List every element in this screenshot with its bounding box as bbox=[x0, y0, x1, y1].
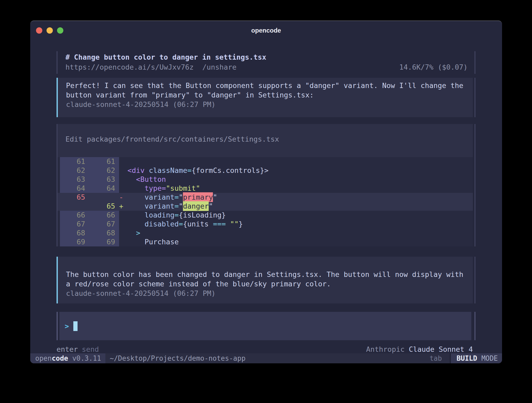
code-token: Purchase bbox=[145, 238, 179, 246]
gutter-pad bbox=[115, 193, 119, 202]
old-line-number: 61 bbox=[60, 157, 85, 166]
code-token: } bbox=[239, 220, 243, 228]
code-token: disabled bbox=[145, 220, 179, 228]
old-line-number bbox=[60, 202, 85, 211]
diff-marker bbox=[119, 166, 127, 175]
enter-key-hint: enter bbox=[57, 345, 78, 353]
gutter-pad bbox=[115, 157, 119, 166]
diff-code-line: > bbox=[119, 229, 473, 237]
diff-marker: + bbox=[119, 202, 127, 211]
app-version: v0.3.11 bbox=[68, 354, 101, 362]
code-token: {isLoading} bbox=[179, 211, 226, 219]
diff-gutter: 6464 bbox=[60, 184, 119, 193]
code-token: className bbox=[149, 166, 187, 174]
diff-row: 6666 loading={isLoading} bbox=[58, 211, 473, 220]
gutter-pad bbox=[115, 184, 119, 193]
code-token: = bbox=[187, 166, 192, 174]
code-token: " bbox=[179, 202, 183, 210]
edit-file-path: Edit packages/frontend/src/containers/Se… bbox=[58, 124, 473, 157]
diff-code-line: loading={isLoading} bbox=[119, 211, 473, 220]
diff-code-line: <Button bbox=[119, 175, 473, 184]
diff-marker bbox=[119, 184, 127, 193]
share-url-link[interactable]: https://opencode.ai/s/UwJxv76z bbox=[65, 62, 194, 72]
diff-code-line: <div className={formCs.controls}> bbox=[119, 166, 473, 175]
code-token: type bbox=[145, 184, 162, 192]
diff-gutter: 6969 bbox=[60, 237, 119, 246]
chat-scroll-area[interactable]: # Change button color to danger in setti… bbox=[57, 40, 473, 353]
app-version-segment: opencode v0.3.11 bbox=[30, 353, 105, 363]
gutter-pad bbox=[115, 220, 119, 229]
gutter-pad bbox=[115, 211, 119, 220]
diff-marker: - bbox=[119, 193, 127, 202]
code-token: {units bbox=[183, 220, 213, 228]
app-name-code: code bbox=[52, 354, 68, 362]
old-line-number: 68 bbox=[60, 229, 85, 237]
new-line-number: 65 bbox=[85, 202, 115, 211]
code-token: danger bbox=[183, 201, 209, 211]
assistant-message: Perfect! I can see that the Button compo… bbox=[57, 78, 473, 117]
diff-gutter: 6666 bbox=[60, 211, 119, 220]
session-title: # Change button color to danger in setti… bbox=[65, 52, 468, 62]
window-titlebar: opencode bbox=[30, 21, 502, 40]
mode-segment: BUILDMODE bbox=[451, 353, 502, 363]
diff-code-line: Purchase bbox=[119, 237, 473, 246]
code-token: "" bbox=[230, 220, 239, 228]
diff-code-line: - variant="primary" bbox=[119, 193, 473, 202]
new-line-number: 62 bbox=[85, 166, 115, 175]
code-token bbox=[145, 166, 149, 174]
send-action-hint: send bbox=[82, 345, 99, 353]
model-name: Claude Sonnet 4 bbox=[409, 345, 473, 353]
code-token: = bbox=[179, 220, 183, 228]
prompt-input[interactable]: > bbox=[59, 312, 471, 340]
code-token bbox=[127, 193, 145, 201]
old-line-number: 69 bbox=[60, 237, 85, 246]
code-token: <div bbox=[127, 166, 145, 174]
diff-code-line bbox=[119, 157, 473, 166]
code-token bbox=[127, 238, 145, 246]
token-usage: 14.6K/7% ($0.07) bbox=[399, 62, 468, 72]
gutter-pad bbox=[115, 166, 119, 175]
code-token: variant bbox=[145, 202, 175, 210]
diff-marker bbox=[119, 175, 127, 184]
old-line-number: 66 bbox=[60, 211, 85, 220]
old-line-number: 63 bbox=[60, 175, 85, 184]
code-token: = bbox=[175, 202, 179, 210]
code-token: > bbox=[136, 229, 140, 237]
message-text-line: button variant from "primary" to "danger… bbox=[66, 90, 465, 100]
diff-row: 6363 <Button bbox=[58, 175, 473, 184]
code-token bbox=[127, 211, 145, 219]
gutter-pad bbox=[115, 175, 119, 184]
code-token bbox=[127, 184, 145, 192]
diff-marker bbox=[119, 157, 127, 166]
code-token: " bbox=[213, 193, 217, 201]
message-text-line: a red/rose color scheme instead of the b… bbox=[66, 279, 465, 289]
diff-gutter: 65 bbox=[60, 193, 119, 202]
assistant-message: The button color has been changed to dan… bbox=[57, 257, 473, 303]
session-header: # Change button color to danger in setti… bbox=[57, 51, 473, 74]
old-line-number: 65 bbox=[60, 193, 85, 202]
diff-marker bbox=[119, 220, 127, 229]
message-model-meta: claude-sonnet-4-20250514 (06:27 PM) bbox=[66, 100, 465, 109]
code-token bbox=[127, 175, 136, 183]
old-line-number: 67 bbox=[60, 220, 85, 229]
diff-gutter: 6767 bbox=[60, 220, 119, 229]
code-token: primary bbox=[183, 192, 213, 202]
edit-tool-card: Edit packages/frontend/src/containers/Se… bbox=[57, 124, 473, 246]
statusbar-spacer bbox=[245, 353, 429, 363]
new-line-number: 63 bbox=[85, 175, 115, 184]
diff-row: 6464 type="submit" bbox=[58, 184, 473, 193]
app-window: opencode # Change button color to danger… bbox=[30, 20, 502, 363]
diff-gutter: 6868 bbox=[60, 229, 119, 237]
session-subheader: https://opencode.ai/s/UwJxv76z /unshare … bbox=[65, 62, 468, 72]
text-cursor bbox=[73, 321, 78, 331]
diff-row: 65- variant="primary" bbox=[58, 193, 473, 202]
new-line-number: 69 bbox=[85, 237, 115, 246]
diff-row: 6868 > bbox=[58, 229, 473, 237]
diff-row: 65+ variant="danger" bbox=[58, 202, 473, 211]
unshare-command[interactable]: /unshare bbox=[202, 62, 237, 72]
new-line-number: 67 bbox=[85, 220, 115, 229]
mode-build-label: BUILD bbox=[457, 354, 477, 362]
code-token: = bbox=[162, 184, 166, 192]
diff-gutter: 6262 bbox=[60, 166, 119, 175]
window-title: opencode bbox=[30, 27, 502, 34]
